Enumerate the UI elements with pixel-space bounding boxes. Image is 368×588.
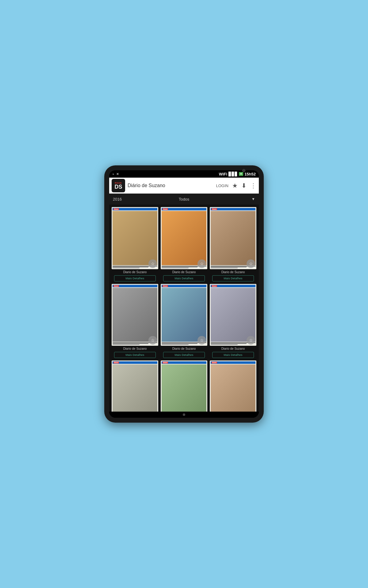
text-line <box>113 343 148 344</box>
newspaper-thumbnail[interactable]: Diário ☆ <box>112 360 158 412</box>
newspaper-item: Diário ☆ Diario de Suzano Mais De <box>112 284 158 358</box>
newspaper-item: Diário ☆ Diario de Suzano Mais De <box>210 360 256 412</box>
login-button[interactable]: LOGIN <box>216 183 228 188</box>
newspaper-title: Diario de Suzano <box>123 270 147 274</box>
newspaper-title: Diario de Suzano <box>221 270 245 274</box>
text-line <box>162 268 189 268</box>
app-bar: REDE DS Diário de Suzano LOGIN ★ ⬇ ⋮ <box>109 178 259 194</box>
newspaper-thumbnail[interactable]: Diário ☆ <box>210 360 256 412</box>
thumb-header: Diário <box>162 208 206 210</box>
camera <box>242 169 245 172</box>
newspaper-item: Diário ☆ Diario de Suzano Mais De <box>210 207 256 281</box>
star-badge: ☆ <box>148 259 157 268</box>
app-logo: REDE DS <box>112 179 125 192</box>
filter-arrow: ▼ <box>251 197 255 201</box>
thumb-inner: Diário <box>210 360 256 412</box>
newspaper-thumbnail[interactable]: Diário ☆ <box>210 207 256 269</box>
mais-detalhes-button[interactable]: Mais Detalhes <box>163 352 205 358</box>
thumb-image <box>162 288 206 342</box>
newspaper-title: Diario de Suzano <box>123 347 147 351</box>
thumb-image <box>211 364 255 412</box>
device-frame: ⌁ ✕ WiFi ▊▊▊ ✕ 15h52 REDE DS Diário de S… <box>104 165 264 423</box>
status-right: WiFi ▊▊▊ ✕ 15h52 <box>219 172 256 176</box>
newspaper-thumbnail[interactable]: Diário ☆ <box>161 360 207 412</box>
app-title: Diário de Suzano <box>128 183 214 188</box>
newspaper-item: Diário ☆ Diario de Suzano Mais De <box>161 284 207 358</box>
newspaper-grid: Diário ☆ Diario de Suzano Mais De <box>112 207 256 412</box>
signal-icon: ▊▊▊ <box>228 172 238 176</box>
text-line <box>113 344 140 345</box>
battery-icon: ✕ <box>239 172 243 176</box>
logo-ds-text: DS <box>114 184 122 190</box>
newspaper-item: Diário ☆ Diario de Suzano Mais De <box>112 207 158 281</box>
filter-year[interactable]: 2016 <box>113 197 122 202</box>
newspaper-thumbnail[interactable]: Diário ☆ <box>112 207 158 269</box>
mais-detalhes-button[interactable]: Mais Detalhes <box>114 352 156 358</box>
thumb-inner: Diário <box>112 360 158 412</box>
home-indicator[interactable] <box>183 413 185 416</box>
notification-icon: ✕ <box>116 172 119 176</box>
thumb-image <box>162 364 206 412</box>
favorite-icon[interactable]: ★ <box>232 182 238 189</box>
newspaper-thumbnail[interactable]: Diário ☆ <box>112 284 158 346</box>
thumb-header: Diário <box>211 361 255 364</box>
thumb-header: Diário <box>113 208 157 210</box>
thumb-header: Diário <box>113 361 157 364</box>
app-bar-actions: LOGIN ★ ⬇ ⋮ <box>216 182 256 189</box>
text-line <box>162 344 189 345</box>
thumb-header: Diário <box>211 208 255 210</box>
star-badge: ☆ <box>247 259 255 268</box>
thumb-inner: Diário <box>161 360 207 412</box>
thumb-image <box>211 211 255 265</box>
star-badge: ☆ <box>197 259 206 268</box>
download-icon[interactable]: ⬇ <box>241 182 247 189</box>
newspaper-title: Diario de Suzano <box>172 347 196 351</box>
thumb-image <box>113 211 157 265</box>
newspaper-item: Diário ☆ Diario de Suzano Mais De <box>161 207 207 281</box>
bottom-indicator <box>109 412 259 418</box>
text-line <box>162 267 197 267</box>
status-bar: ⌁ ✕ WiFi ▊▊▊ ✕ 15h52 <box>109 170 259 178</box>
usb-icon: ⌁ <box>112 172 114 176</box>
menu-icon[interactable]: ⋮ <box>250 182 256 189</box>
content-area: Diário ☆ Diario de Suzano Mais De <box>109 205 259 412</box>
thumb-header: Diário <box>211 285 255 287</box>
wifi-icon: WiFi <box>219 172 227 176</box>
mais-detalhes-button[interactable]: Mais Detalhes <box>163 275 205 281</box>
thumb-image <box>113 288 157 342</box>
text-line <box>211 343 247 344</box>
filter-bar: 2016 Todos ▼ <box>109 194 259 205</box>
status-left: ⌁ ✕ <box>112 172 119 176</box>
thumb-image <box>162 211 206 265</box>
thumb-header: Diário <box>113 285 157 287</box>
thumb-image <box>211 288 255 342</box>
mais-detalhes-button[interactable]: Mais Detalhes <box>212 352 254 358</box>
mais-detalhes-button[interactable]: Mais Detalhes <box>114 275 156 281</box>
newspaper-thumbnail[interactable]: Diário ☆ <box>210 284 256 346</box>
newspaper-thumbnail[interactable]: Diário ☆ <box>161 284 207 346</box>
thumb-header: Diário <box>162 285 206 287</box>
newspaper-item: Diário ☆ Diario de Suzano Mais De <box>161 360 207 412</box>
newspaper-thumbnail[interactable]: Diário ☆ <box>161 207 207 269</box>
text-line <box>113 268 140 268</box>
thumb-image <box>113 364 157 412</box>
newspaper-item: Diário ☆ Diario de Suzano Mais De <box>210 284 256 358</box>
text-line <box>211 344 238 345</box>
filter-all[interactable]: Todos <box>179 197 190 202</box>
newspaper-item: Diário ☆ Diario de Suzano Mais De <box>112 360 158 412</box>
text-line <box>211 268 238 268</box>
text-line <box>162 343 197 344</box>
device-screen: ⌁ ✕ WiFi ▊▊▊ ✕ 15h52 REDE DS Diário de S… <box>109 170 259 418</box>
thumb-header: Diário <box>162 361 206 364</box>
text-line <box>211 267 247 267</box>
newspaper-title: Diario de Suzano <box>172 270 196 274</box>
newspaper-title: Diario de Suzano <box>221 347 245 351</box>
time-display: 15h52 <box>244 172 256 176</box>
text-line <box>113 267 148 267</box>
mais-detalhes-button[interactable]: Mais Detalhes <box>212 275 254 281</box>
